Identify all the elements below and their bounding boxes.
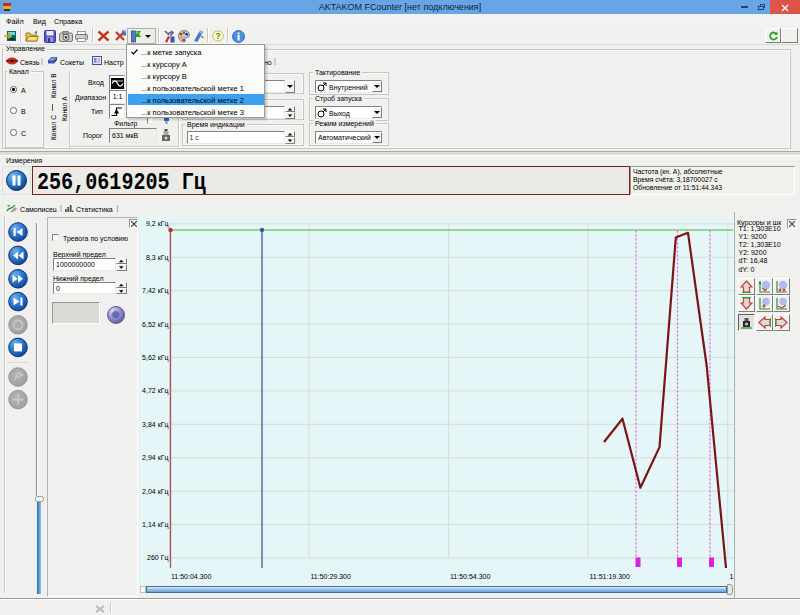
svg-text:7,42 кГц: 7,42 кГц — [142, 287, 168, 295]
svg-text:2,94 кГц: 2,94 кГц — [142, 454, 168, 462]
svg-text:9,2 кГц: 9,2 кГц — [146, 220, 169, 228]
svg-text:1: 1 — [730, 573, 734, 580]
svg-text:11:50:04.300: 11:50:04.300 — [171, 573, 211, 580]
svg-text:8,3 кГц: 8,3 кГц — [146, 254, 169, 262]
svg-text:11:51:19.300: 11:51:19.300 — [590, 573, 630, 580]
svg-text:3,84 кГц: 3,84 кГц — [142, 421, 168, 429]
svg-text:4,72 кГц: 4,72 кГц — [142, 387, 168, 395]
svg-text:2,04 кГц: 2,04 кГц — [142, 488, 168, 496]
svg-text:11:50:54.300: 11:50:54.300 — [450, 573, 490, 580]
svg-text:5,62 кГц: 5,62 кГц — [142, 354, 168, 362]
svg-text:260 Гц: 260 Гц — [147, 554, 168, 562]
svg-text:1,14 кГц: 1,14 кГц — [142, 521, 168, 529]
svg-text:?: ? — [215, 31, 220, 41]
svg-text:6,52 кГц: 6,52 кГц — [142, 321, 168, 329]
svg-text:11:50:29.300: 11:50:29.300 — [311, 573, 351, 580]
